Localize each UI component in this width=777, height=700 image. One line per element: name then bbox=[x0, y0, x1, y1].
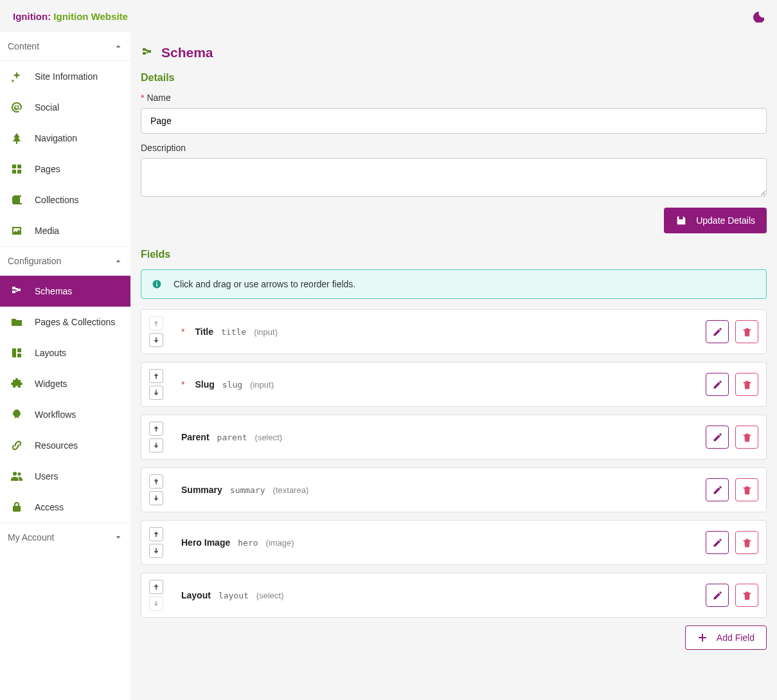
sidebar-item-label: Layouts bbox=[35, 348, 66, 358]
sidebar-item-social[interactable]: Social bbox=[0, 92, 130, 123]
update-details-button[interactable]: Update Details bbox=[664, 208, 767, 233]
layout-icon bbox=[10, 346, 23, 359]
move-down-button[interactable] bbox=[149, 386, 163, 400]
field-key: slug bbox=[222, 380, 242, 390]
sidebar-item-resources[interactable]: Resources bbox=[0, 430, 130, 461]
sidebar-item-site-information[interactable]: Site Information bbox=[0, 61, 130, 92]
sidebar-section-label: Configuration bbox=[8, 256, 61, 266]
sidebar-section-label: Content bbox=[8, 41, 39, 51]
sidebar-item-pages-collections[interactable]: Pages & Collections bbox=[0, 307, 130, 337]
sidebar-section-configuration[interactable]: Configuration bbox=[0, 247, 130, 276]
field-row[interactable]: Layout layout (select) bbox=[141, 573, 767, 618]
field-info: * Title title (input) bbox=[181, 327, 706, 337]
trash-icon bbox=[742, 432, 753, 443]
arrow-up-icon bbox=[152, 319, 160, 327]
field-row[interactable]: Hero Image hero (image) bbox=[141, 520, 767, 565]
field-row[interactable]: * Title title (input) bbox=[141, 309, 767, 354]
move-down-button[interactable] bbox=[149, 333, 163, 347]
delete-field-button[interactable] bbox=[735, 426, 758, 449]
move-up-button[interactable] bbox=[149, 580, 163, 594]
delete-field-button[interactable] bbox=[735, 531, 758, 554]
collections-icon bbox=[10, 193, 23, 206]
tree-icon bbox=[10, 132, 23, 145]
sidebar-item-label: Widgets bbox=[35, 379, 67, 389]
image-icon bbox=[10, 224, 23, 237]
edit-field-button[interactable] bbox=[706, 531, 729, 554]
arrow-down-icon bbox=[152, 547, 160, 555]
field-key: summary bbox=[230, 485, 265, 495]
delete-field-button[interactable] bbox=[735, 584, 758, 607]
pencil-icon bbox=[712, 590, 723, 601]
sidebar-section-content[interactable]: Content bbox=[0, 32, 130, 61]
move-down-button[interactable] bbox=[149, 544, 163, 558]
sidebar-item-workflows[interactable]: Workflows bbox=[0, 399, 130, 430]
plus-icon bbox=[697, 633, 708, 643]
edit-field-button[interactable] bbox=[706, 584, 729, 607]
field-type: (input) bbox=[254, 327, 278, 337]
field-info: Summary summary (textarea) bbox=[181, 485, 706, 495]
delete-field-button[interactable] bbox=[735, 478, 758, 501]
arrow-down-icon bbox=[152, 600, 160, 607]
trash-icon bbox=[742, 485, 753, 496]
sidebar-item-widgets[interactable]: Widgets bbox=[0, 368, 130, 399]
description-textarea[interactable] bbox=[141, 158, 767, 197]
field-info: Parent parent (select) bbox=[181, 432, 706, 442]
sidebar-section-account[interactable]: My Account bbox=[0, 523, 130, 552]
sidebar-item-layouts[interactable]: Layouts bbox=[0, 337, 130, 368]
rocket-icon bbox=[10, 408, 23, 421]
trash-icon bbox=[742, 379, 753, 390]
description-label: Description bbox=[141, 143, 767, 153]
arrow-down-icon bbox=[152, 389, 160, 397]
arrow-down-icon bbox=[152, 442, 160, 449]
move-up-button[interactable] bbox=[149, 474, 163, 489]
edit-field-button[interactable] bbox=[706, 478, 729, 501]
move-down-button[interactable] bbox=[149, 438, 163, 453]
page-header: Schema bbox=[141, 45, 767, 60]
info-banner: Click and drag or use arrows to reorder … bbox=[141, 269, 767, 299]
sidebar-item-label: Pages bbox=[35, 164, 60, 174]
move-up-button[interactable] bbox=[149, 527, 163, 541]
edit-field-button[interactable] bbox=[706, 320, 729, 343]
arrow-up-icon bbox=[152, 425, 160, 433]
field-name: Summary bbox=[181, 485, 222, 495]
required-indicator: * bbox=[181, 379, 184, 390]
pencil-icon bbox=[712, 379, 723, 390]
pages-icon bbox=[10, 163, 23, 175]
brand[interactable]: Ignition: Ignition Website bbox=[13, 11, 128, 22]
edit-field-button[interactable] bbox=[706, 426, 729, 449]
sidebar-item-pages[interactable]: Pages bbox=[0, 154, 130, 184]
sidebar-item-collections[interactable]: Collections bbox=[0, 184, 130, 215]
sidebar-item-label: Workflows bbox=[35, 409, 76, 420]
field-actions bbox=[706, 320, 758, 343]
topbar: Ignition: Ignition Website bbox=[0, 0, 777, 32]
info-text: Click and drag or use arrows to reorder … bbox=[174, 279, 355, 289]
field-type: (select) bbox=[256, 591, 284, 600]
details-section-title: Details bbox=[141, 72, 767, 84]
sidebar-item-label: Social bbox=[35, 102, 59, 112]
sidebar-item-navigation[interactable]: Navigation bbox=[0, 123, 130, 154]
field-type: (input) bbox=[250, 380, 274, 390]
lock-icon bbox=[10, 501, 23, 514]
field-name: Title bbox=[195, 327, 213, 337]
field-row[interactable]: Summary summary (textarea) bbox=[141, 467, 767, 512]
delete-field-button[interactable] bbox=[735, 320, 758, 343]
reorder-controls bbox=[149, 316, 163, 347]
name-input[interactable] bbox=[141, 108, 767, 134]
sidebar-item-media[interactable]: Media bbox=[0, 215, 130, 246]
schema-icon bbox=[141, 46, 154, 59]
field-row[interactable]: * Slug slug (input) bbox=[141, 362, 767, 407]
delete-field-button[interactable] bbox=[735, 373, 758, 396]
sidebar-item-access[interactable]: Access bbox=[0, 492, 130, 523]
move-up-button[interactable] bbox=[149, 369, 163, 383]
move-down-button[interactable] bbox=[149, 491, 163, 505]
sidebar-item-users[interactable]: Users bbox=[0, 461, 130, 492]
dark-mode-icon[interactable] bbox=[751, 10, 764, 22]
field-key: parent bbox=[217, 433, 247, 442]
field-row[interactable]: Parent parent (select) bbox=[141, 415, 767, 460]
arrow-up-icon bbox=[152, 583, 160, 591]
sidebar-item-schemas[interactable]: Schemas bbox=[0, 276, 130, 307]
field-actions bbox=[706, 478, 758, 501]
move-up-button[interactable] bbox=[149, 422, 163, 436]
edit-field-button[interactable] bbox=[706, 373, 729, 396]
add-field-button[interactable]: Add Field bbox=[685, 625, 767, 650]
